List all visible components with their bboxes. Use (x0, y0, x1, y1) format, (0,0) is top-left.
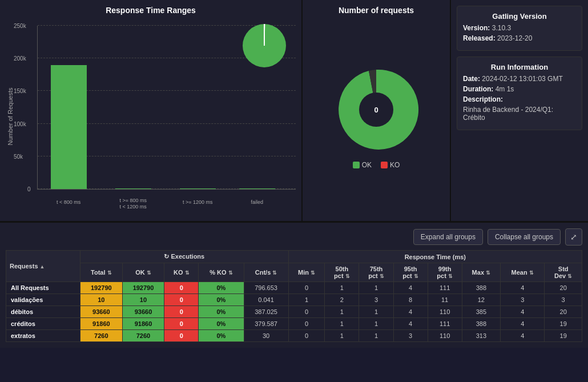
row-name-4: extratos (6, 330, 80, 342)
requests-sort-arrow[interactable]: ▲ (40, 264, 45, 270)
table-row: débitos 93660 93660 0 0% 387.025 0 1 1 4… (6, 306, 582, 318)
col-pct75[interactable]: 75th pct ⇅ (359, 263, 393, 282)
run-duration-value: 4m 1s (496, 85, 514, 93)
col-cnt-s[interactable]: Cnt/s ⇅ (244, 263, 288, 282)
run-date-key: Date: (463, 75, 480, 83)
row-pct99-0: 111 (428, 282, 462, 294)
row-pct95-3: 4 (393, 318, 428, 330)
pie-chart-panel: Number of requests 0 OK KO (303, 0, 451, 221)
col-mean[interactable]: Mean ⇅ (501, 263, 545, 282)
col-pct95[interactable]: 95th pct ⇅ (393, 263, 428, 282)
col-std-dev[interactable]: Std Dev ⇅ (545, 263, 582, 282)
executions-header: ↻ Executions (80, 251, 289, 263)
gridlabel-200k: 200k (14, 55, 26, 62)
row-pct95-0: 4 (393, 282, 428, 294)
table-row: créditos 91860 91860 0 0% 379.587 0 1 1 … (6, 318, 582, 330)
legend-ko-dot (381, 162, 388, 168)
row-max-0: 388 (462, 282, 500, 294)
row-pct99-1: 11 (428, 294, 462, 306)
run-duration-key: Duration: (463, 85, 493, 93)
row-std-dev-3: 19 (545, 318, 582, 330)
bar-chart-inner: 250k 200k 150k 100k 50k 0 (37, 26, 296, 190)
row-min-0: 0 (288, 282, 325, 294)
row-total-1: 10 (80, 294, 123, 306)
info-panel: Gatling Version Version: 3.10.3 Released… (451, 0, 588, 221)
donut-svg (239, 20, 290, 71)
row-min-1: 1 (288, 294, 325, 306)
row-max-3: 388 (462, 318, 500, 330)
legend-ok-label: OK (362, 161, 372, 169)
donut-chart (239, 20, 290, 73)
gridlabel-100k: 100k (14, 120, 26, 127)
row-ko-2: 0 (164, 306, 199, 318)
gridlabel-50k: 50k (14, 153, 23, 159)
row-total-4: 7260 (80, 330, 123, 342)
table-row: validações 10 10 0 0% 0.041 1 2 3 8 11 1… (6, 294, 582, 306)
row-pct75-4: 1 (359, 330, 393, 342)
row-std-dev-0: 20 (545, 282, 582, 294)
run-desc-key: Description: (463, 95, 503, 103)
col-ko[interactable]: KO ⇅ (164, 263, 199, 282)
row-ok-1: 10 (122, 294, 164, 306)
col-requests-header: Requests ▲ (6, 251, 80, 282)
col-pct99[interactable]: 99th pct ⇅ (428, 263, 462, 282)
row-pct95-4: 3 (393, 330, 428, 342)
run-duration-row: Duration: 4m 1s (463, 85, 576, 93)
col-ok[interactable]: OK ⇅ (122, 263, 164, 282)
pie-chart-title: Number of requests (339, 6, 414, 15)
toolbar: Expand all groups Collapse all groups ⤢ (6, 228, 582, 246)
stats-table: Requests ▲ ↻ Executions Response Time (m… (6, 250, 582, 342)
pie-svg: 0 (331, 64, 422, 155)
row-name-3: créditos (6, 318, 80, 330)
bar-failed (239, 188, 275, 189)
col-max[interactable]: Max ⇅ (462, 263, 500, 282)
row-name-2: débitos (6, 306, 80, 318)
bottom-section: Expand all groups Collapse all groups ⤢ … (0, 223, 588, 348)
row-pct50-2: 1 (325, 306, 359, 318)
row-pct95-1: 8 (393, 294, 428, 306)
row-pct95-2: 4 (393, 306, 428, 318)
row-ok-3: 91860 (122, 318, 164, 330)
bar-t-1200 (180, 188, 216, 189)
row-max-1: 12 (462, 294, 500, 306)
row-pct75-1: 3 (359, 294, 393, 306)
row-pct99-2: 110 (428, 306, 462, 318)
row-pct-ko-3: 0% (199, 318, 244, 330)
row-pct-ko-2: 0% (199, 306, 244, 318)
fullscreen-button[interactable]: ⤢ (565, 228, 582, 246)
row-ko-4: 0 (164, 330, 199, 342)
bar-label-t-800-1200: t >= 800 mst < 1200 ms (107, 198, 159, 211)
response-time-header: Response Time (ms) (288, 251, 582, 263)
gatling-released-value: 2023-12-20 (497, 34, 532, 42)
pie-center-label: 0 (374, 106, 378, 114)
gridlabel-0: 0 (27, 186, 31, 192)
run-info-box: Run Information Date: 2024-02-12 13:01:0… (457, 57, 582, 130)
table-row: All Requests 192790 192790 0 0% 796.653 … (6, 282, 582, 294)
row-pct99-3: 111 (428, 318, 462, 330)
legend-ko: KO (381, 161, 400, 169)
legend-ko-label: KO (390, 161, 400, 169)
expand-all-button[interactable]: Expand all groups (413, 229, 483, 245)
col-min[interactable]: Min ⇅ (288, 263, 325, 282)
row-min-3: 0 (288, 318, 325, 330)
bar-t-800-1200 (115, 188, 151, 189)
row-mean-4: 4 (501, 330, 545, 342)
gatling-box-title: Gatling Version (463, 12, 576, 21)
col-total[interactable]: Total ⇅ (80, 263, 123, 282)
table-row: extratos 7260 7260 0 0% 30 0 1 1 3 110 3… (6, 330, 582, 342)
row-std-dev-4: 19 (545, 330, 582, 342)
run-date-row: Date: 2024-02-12 13:01:03 GMT (463, 75, 576, 83)
row-name-1: validações (6, 294, 80, 306)
row-cnt-s-4: 30 (244, 330, 288, 342)
collapse-all-button[interactable]: Collapse all groups (488, 229, 561, 245)
row-mean-1: 3 (501, 294, 545, 306)
row-pct-ko-1: 0% (199, 294, 244, 306)
row-total-2: 93660 (80, 306, 123, 318)
col-pct-ko[interactable]: % KO ⇅ (199, 263, 244, 282)
gatling-version-box: Gatling Version Version: 3.10.3 Released… (457, 6, 582, 51)
bar-t-800 (51, 65, 87, 189)
bar-label-t-1200: t >= 1200 ms (172, 199, 223, 205)
gatling-released-row: Released: 2023-12-20 (463, 34, 576, 42)
row-pct-ko-4: 0% (199, 330, 244, 342)
col-pct50[interactable]: 50th pct ⇅ (325, 263, 359, 282)
